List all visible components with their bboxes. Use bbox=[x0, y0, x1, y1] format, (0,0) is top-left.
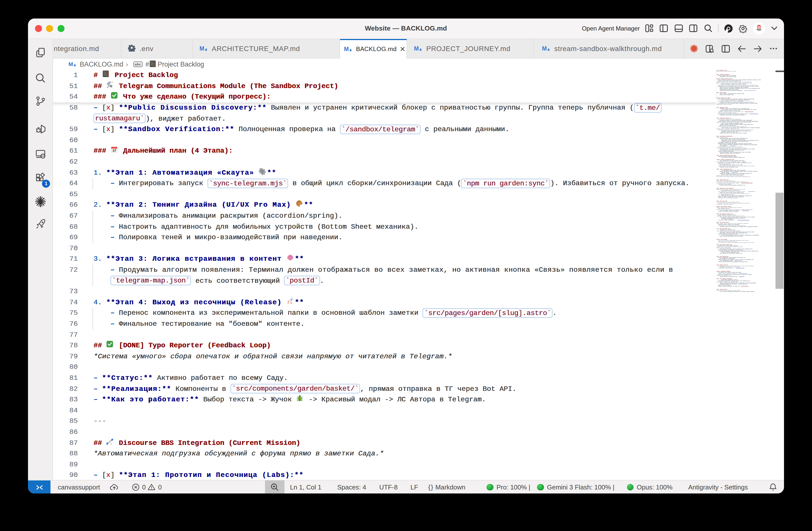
svg-text:M: M bbox=[344, 46, 349, 52]
svg-text:M: M bbox=[542, 45, 547, 52]
svg-text:17: 17 bbox=[112, 149, 116, 153]
svg-text:M: M bbox=[414, 45, 419, 52]
svg-text:M: M bbox=[200, 45, 205, 52]
